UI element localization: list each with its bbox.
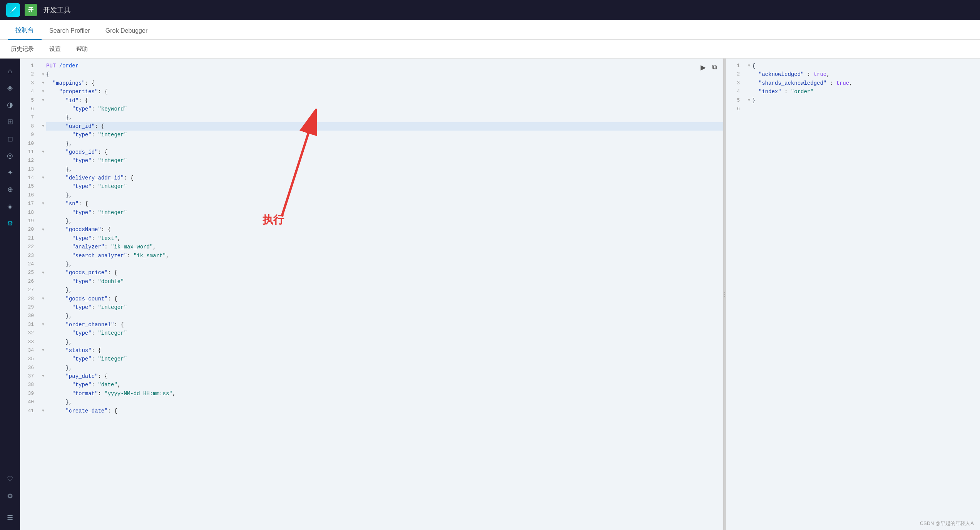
right-code-line-5: 5 ▼ } (726, 96, 980, 105)
run-button[interactable]: ▶ (699, 62, 707, 73)
sidebar-icon-settings[interactable]: ⚙ (2, 488, 18, 504)
help-button[interactable]: 帮助 (73, 44, 91, 54)
settings-button[interactable]: 设置 (46, 44, 64, 54)
top-bar: 开 开发工具 (0, 0, 980, 20)
code-line-18: 18 "type": "integer" (20, 208, 723, 217)
code-line-5: 5 ▼ "id": { (20, 96, 723, 105)
code-line-31: 31 ▼ "order_channel": { (20, 320, 723, 329)
code-line-41: 41 ▼ "create_date": { (20, 407, 723, 415)
code-line-25: 25 ▼ "goods_price": { (20, 268, 723, 277)
sidebar-icon-monitoring[interactable]: ♡ (2, 471, 18, 487)
code-line-2: 2 ▼ { (20, 70, 723, 79)
code-line-4: 4 ▼ "properties": { (20, 87, 723, 96)
editor-container: ▶ ⧉ 1 PUT /order 2 ▼ { 3 (20, 59, 980, 530)
editor-left-code[interactable]: 1 PUT /order 2 ▼ { 3 ▼ "mappings": { (20, 59, 723, 530)
sidebar-icon-dashboard[interactable]: ⊞ (2, 114, 18, 129)
tab-console[interactable]: 控制台 (8, 22, 42, 40)
nav-tabs: 控制台 Search Profiler Grok Debugger (0, 20, 980, 40)
code-line-34: 34 ▼ "status": { (20, 346, 723, 355)
code-line-40: 40 }, (20, 398, 723, 406)
editor-left: ▶ ⧉ 1 PUT /order 2 ▼ { 3 (20, 59, 724, 530)
code-line-9: 9 "type": "integer" (20, 131, 723, 139)
code-line-21: 21 "type": "text", (20, 234, 723, 243)
code-line-33: 33 }, (20, 338, 723, 346)
kibana-logo (6, 3, 20, 17)
code-line-37: 37 ▼ "pay_date": { (20, 372, 723, 381)
sidebar-icon-security[interactable]: ◈ (2, 199, 18, 214)
editor-right-code[interactable]: 1 ▼ { 2 "acknowledged" : true, 3 "shards… (726, 59, 980, 530)
code-line-12: 12 "type": "integer" (20, 156, 723, 165)
code-line-6: 6 "type": "keyword" (20, 105, 723, 113)
editor-right: 1 ▼ { 2 "acknowledged" : true, 3 "shards… (726, 59, 980, 530)
code-line-24: 24 }, (20, 260, 723, 268)
code-line-22: 22 "analyzer": "ik_max_word", (20, 243, 723, 251)
code-line-38: 38 "type": "date", (20, 381, 723, 389)
code-line-8: 8 ▼ "user_id": { (20, 122, 723, 131)
svg-point-0 (10, 10, 13, 13)
code-line-32: 32 "type": "integer" (20, 329, 723, 337)
sidebar-icon-ml[interactable]: ✦ (2, 165, 18, 180)
code-line-15: 15 "type": "integer" (20, 182, 723, 191)
code-line-16: 16 }, (20, 191, 723, 200)
code-line-35: 35 "type": "integer" (20, 355, 723, 363)
right-code-line-2: 2 "acknowledged" : true, (726, 70, 980, 79)
app-icon: 开 (25, 4, 37, 16)
sidebar-icon-canvas[interactable]: ◻ (2, 131, 18, 146)
tab-search-profiler[interactable]: Search Profiler (42, 23, 98, 40)
right-code-line-1: 1 ▼ { (726, 62, 980, 70)
code-line-13: 13 }, (20, 165, 723, 174)
history-button[interactable]: 历史记录 (8, 44, 37, 54)
right-code-line-6: 6 (726, 105, 980, 113)
copy-button[interactable]: ⧉ (711, 62, 719, 73)
code-line-39: 39 "format": "yyyy-MM-dd HH:mm:ss", (20, 389, 723, 398)
main-area: ⌂ ◈ ◑ ⊞ ◻ ◎ ✦ ⊕ ◈ ⚙ ♡ ⚙ ☰ ▶ ⧉ 1 PU (0, 59, 980, 530)
code-line-26: 26 "type": "double" (20, 277, 723, 286)
sidebar-icon-home[interactable]: ⌂ (2, 63, 18, 79)
sidebar-icon-map[interactable]: ◎ (2, 148, 18, 163)
code-line-19: 19 }, (20, 217, 723, 225)
app-title: 开发工具 (43, 5, 71, 15)
sidebar-icon-discover[interactable]: ◈ (2, 80, 18, 96)
code-line-7: 7 }, (20, 113, 723, 122)
code-line-11: 11 ▼ "goods_id": { (20, 148, 723, 156)
watermark: CSDN @早起的年轻人A (920, 520, 974, 527)
sidebar: ⌂ ◈ ◑ ⊞ ◻ ◎ ✦ ⊕ ◈ ⚙ ♡ ⚙ ☰ (0, 59, 20, 530)
code-line-14: 14 ▼ "delivery_addr_id": { (20, 174, 723, 182)
sidebar-icon-observability[interactable]: ⊕ (2, 182, 18, 197)
code-line-1: 1 PUT /order (20, 62, 723, 70)
code-line-30: 30 }, (20, 312, 723, 320)
right-code-line-3: 3 "shards_acknowledged" : true, (726, 79, 980, 87)
sidebar-icon-visualize[interactable]: ◑ (2, 97, 18, 112)
code-line-20: 20 ▼ "goodsName": { (20, 225, 723, 234)
toolbar: 历史记录 设置 帮助 (0, 40, 980, 59)
code-line-3: 3 ▼ "mappings": { (20, 79, 723, 87)
code-line-29: 29 "type": "integer" (20, 303, 723, 312)
sidebar-icon-devtools[interactable]: ⚙ (2, 216, 18, 231)
sidebar-icon-collapse[interactable]: ☰ (2, 510, 18, 525)
code-line-28: 28 ▼ "goods_count": { (20, 295, 723, 303)
editor-left-toolbar: ▶ ⧉ (699, 62, 719, 73)
tab-grok-debugger[interactable]: Grok Debugger (98, 23, 155, 40)
code-line-27: 27 }, (20, 286, 723, 294)
right-code-line-4: 4 "index" : "order" (726, 87, 980, 96)
code-line-36: 36 }, (20, 364, 723, 372)
code-line-23: 23 "search_analyzer": "ik_smart", (20, 252, 723, 260)
code-line-10: 10 }, (20, 139, 723, 148)
code-line-17: 17 ▼ "sn": { (20, 200, 723, 208)
